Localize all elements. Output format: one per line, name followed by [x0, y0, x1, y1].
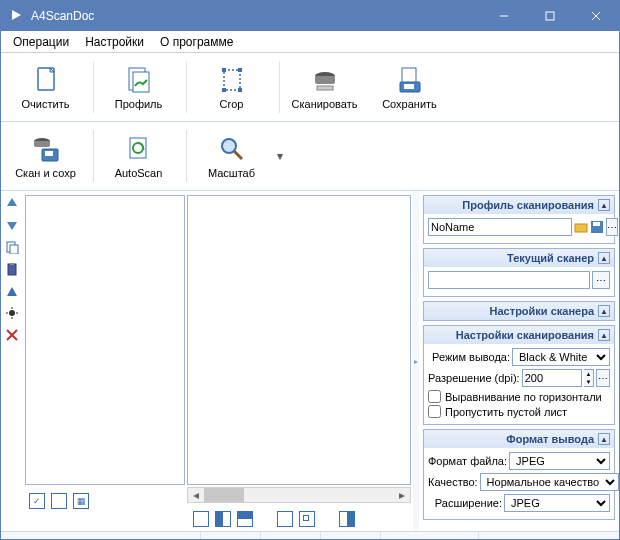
- properties-panel: Профиль сканирования ▴ ⋯ Текущий сканер …: [419, 191, 619, 531]
- copy-icon[interactable]: [4, 239, 20, 255]
- svg-rect-9: [238, 68, 242, 72]
- autoscan-icon: [123, 133, 155, 165]
- minimize-button[interactable]: [481, 1, 527, 31]
- panel-scanner-settings-title: Настройки сканера: [428, 305, 598, 317]
- main-area: ✓ ▦ ◂ ▸ ▸: [1, 191, 619, 531]
- quality-select[interactable]: Нормальное качество: [480, 473, 619, 491]
- preview-view-buttons: [187, 507, 413, 531]
- arrow-down-icon[interactable]: [4, 217, 20, 233]
- magnifier-icon: [216, 133, 248, 165]
- skip-blank-checkbox[interactable]: [428, 405, 441, 418]
- panel-scan-profile-header[interactable]: Профиль сканирования ▴: [424, 196, 614, 214]
- svg-line-26: [234, 151, 242, 159]
- horizontal-scrollbar[interactable]: ◂ ▸: [187, 487, 411, 503]
- profile-more-button[interactable]: ⋯: [606, 218, 618, 236]
- delete-icon[interactable]: [4, 327, 20, 343]
- separator: [276, 61, 280, 113]
- svg-rect-17: [404, 84, 414, 89]
- zoom-dropdown[interactable]: ▾: [274, 126, 286, 186]
- scan-save-icon: [30, 133, 62, 165]
- view-checked-icon[interactable]: ✓: [29, 493, 45, 509]
- scanner-icon: [309, 64, 341, 96]
- svg-rect-8: [222, 68, 226, 72]
- panel-output-format-header[interactable]: Формат вывода ▴: [424, 430, 614, 448]
- view-grid-icon[interactable]: ▦: [73, 493, 89, 509]
- panel-scanner-settings-header[interactable]: Настройки сканера ▴: [424, 302, 614, 320]
- app-icon: [9, 8, 25, 24]
- layout-6-icon[interactable]: [339, 511, 355, 527]
- thumbnail-pane[interactable]: [25, 195, 185, 485]
- scanner-browse-button[interactable]: ⋯: [592, 271, 610, 289]
- layout-4-icon[interactable]: [277, 511, 293, 527]
- panel-current-scanner: Текущий сканер ▴ ⋯: [423, 248, 615, 297]
- close-button[interactable]: [573, 1, 619, 31]
- output-mode-label: Режим вывода:: [428, 351, 510, 363]
- dpi-spinner[interactable]: ▲▼: [584, 369, 595, 387]
- dpi-more-button[interactable]: ⋯: [596, 369, 610, 387]
- separator: [183, 130, 187, 182]
- maximize-button[interactable]: [527, 1, 573, 31]
- profile-label: Профиль: [115, 98, 163, 110]
- collapse-icon[interactable]: ▴: [598, 329, 610, 341]
- save-button[interactable]: Сохранить: [367, 57, 452, 117]
- profile-name-input[interactable]: [428, 218, 572, 236]
- separator: [183, 61, 187, 113]
- scroll-right-icon[interactable]: ▸: [394, 488, 410, 502]
- scroll-thumb[interactable]: [204, 488, 244, 502]
- clear-button[interactable]: Очистить: [3, 57, 88, 117]
- panel-scan-settings-header[interactable]: Настройки сканирования ▴: [424, 326, 614, 344]
- zoom-button[interactable]: Масштаб: [189, 126, 274, 186]
- output-mode-select[interactable]: Black & White: [512, 348, 610, 366]
- panel-current-scanner-header[interactable]: Текущий сканер ▴: [424, 249, 614, 267]
- menu-operations[interactable]: Операции: [5, 33, 77, 51]
- crop-button[interactable]: Crop: [189, 57, 274, 117]
- svg-rect-42: [593, 222, 600, 226]
- rotate-icon[interactable]: [4, 283, 20, 299]
- panel-scan-profile-title: Профиль сканирования: [428, 199, 598, 211]
- titlebar: A4ScanDoc: [1, 1, 619, 31]
- clipboard-icon[interactable]: [4, 261, 20, 277]
- folder-icon[interactable]: [574, 218, 588, 236]
- collapse-icon[interactable]: ▴: [598, 199, 610, 211]
- file-format-select[interactable]: JPEG: [509, 452, 610, 470]
- layout-5-icon[interactable]: [299, 511, 315, 527]
- preview-pane[interactable]: [187, 195, 411, 485]
- save-label: Сохранить: [382, 98, 437, 110]
- align-checkbox-row: Выравнивание по горизонтали: [428, 390, 610, 403]
- svg-rect-7: [224, 70, 240, 90]
- autoscan-button[interactable]: AutoScan: [96, 126, 181, 186]
- brightness-icon[interactable]: [4, 305, 20, 321]
- view-mode-1-icon[interactable]: [51, 493, 67, 509]
- scroll-left-icon[interactable]: ◂: [188, 488, 204, 502]
- layout-2-icon[interactable]: [215, 511, 231, 527]
- skip-checkbox-row: Пропустить пустой лист: [428, 405, 610, 418]
- collapse-icon[interactable]: ▴: [598, 252, 610, 264]
- menu-settings[interactable]: Настройки: [77, 33, 152, 51]
- collapse-icon[interactable]: ▴: [598, 433, 610, 445]
- menu-about[interactable]: О программе: [152, 33, 241, 51]
- side-toolbar: [1, 191, 23, 531]
- dpi-label: Разрешение (dpi):: [428, 372, 520, 384]
- layout-3-icon[interactable]: [237, 511, 253, 527]
- status-cell-1: [1, 532, 201, 540]
- scan-button[interactable]: Сканировать: [282, 57, 367, 117]
- panel-output-format: Формат вывода ▴ Формат файла: JPEG Качес…: [423, 429, 615, 520]
- profile-button[interactable]: Профиль: [96, 57, 181, 117]
- scan-save-button[interactable]: Скан и сохр: [3, 126, 88, 186]
- svg-rect-11: [238, 88, 242, 92]
- dpi-input[interactable]: [522, 369, 582, 387]
- file-format-label: Формат файла:: [428, 455, 507, 467]
- layout-1-icon[interactable]: [193, 511, 209, 527]
- separator: [90, 61, 94, 113]
- svg-point-33: [9, 310, 15, 316]
- quality-label: Качество:: [428, 476, 478, 488]
- scroll-track[interactable]: [204, 488, 394, 502]
- window-title: A4ScanDoc: [31, 9, 481, 23]
- floppy-icon[interactable]: [590, 218, 604, 236]
- collapse-icon[interactable]: ▴: [598, 305, 610, 317]
- arrow-up-icon[interactable]: [4, 195, 20, 211]
- scanner-input[interactable]: [428, 271, 590, 289]
- svg-rect-40: [575, 224, 587, 232]
- extension-select[interactable]: JPEG: [504, 494, 610, 512]
- align-checkbox[interactable]: [428, 390, 441, 403]
